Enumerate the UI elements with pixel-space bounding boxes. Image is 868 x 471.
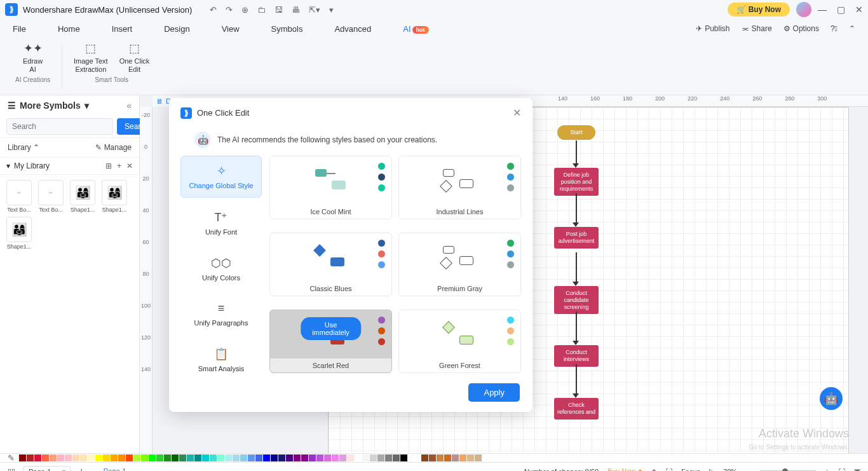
zoom-out-icon[interactable]: − [746, 468, 750, 472]
shape-item[interactable]: 👨‍👩‍👧Shape1... [5, 217, 33, 250]
zoom-in-icon[interactable]: + [825, 468, 829, 472]
color-swatch[interactable] [50, 454, 57, 461]
color-swatch[interactable] [194, 454, 201, 461]
color-swatch[interactable] [393, 454, 400, 461]
undo-icon[interactable]: ↶ [210, 5, 217, 15]
color-swatch[interactable] [118, 454, 125, 461]
color-swatch[interactable] [65, 454, 72, 461]
add-icon[interactable]: + [117, 161, 121, 170]
color-swatch[interactable] [217, 454, 224, 461]
menu-view[interactable]: View [222, 24, 240, 34]
style-card-classic-blues[interactable]: Classic Blues [269, 233, 392, 296]
fit-page-icon[interactable]: ⛶ [838, 468, 845, 472]
flow-node[interactable]: Post job advertisement [554, 227, 599, 249]
menu-design[interactable]: Design [164, 24, 189, 34]
color-swatch[interactable] [444, 454, 451, 461]
unify-font[interactable]: T⁺Unify Font [180, 203, 262, 243]
unify-paragraphs[interactable]: ≡Unify Paragraphs [180, 294, 262, 334]
change-global-style[interactable]: ✧Change Global Style [180, 156, 262, 198]
color-swatch[interactable] [141, 454, 148, 461]
color-swatch[interactable] [187, 454, 194, 461]
buy-now-button[interactable]: 🛒 Buy Now [728, 3, 790, 17]
color-swatch[interactable] [133, 454, 140, 461]
new-icon[interactable]: ⊕ [241, 5, 248, 15]
color-swatch[interactable] [27, 454, 34, 461]
color-swatch[interactable] [42, 454, 49, 461]
color-swatch[interactable] [377, 454, 384, 461]
share-button[interactable]: ⫘ Share [742, 24, 772, 33]
color-swatch[interactable] [255, 454, 262, 461]
color-swatch[interactable] [111, 454, 118, 461]
color-swatch[interactable] [233, 454, 240, 461]
color-swatch[interactable] [57, 454, 64, 461]
edraw-ai-button[interactable]: ✦✦ Edraw AI [23, 42, 43, 74]
print-icon[interactable]: 🖶 [292, 5, 300, 15]
flow-node[interactable]: Conduct candidate screening [554, 286, 599, 314]
presentation-icon[interactable]: ▷ [709, 467, 714, 471]
add-page-icon[interactable]: + [78, 466, 84, 472]
color-swatch[interactable] [80, 454, 87, 461]
color-swatch[interactable] [126, 454, 133, 461]
color-swatch[interactable] [95, 454, 102, 461]
color-swatch[interactable] [324, 454, 331, 461]
style-card-green-forest[interactable]: Green Forest [398, 310, 521, 373]
library-toggle[interactable]: Library ⌃ [8, 143, 39, 152]
shape-item[interactable]: 👨‍👩‍👧Shape1... [69, 180, 97, 213]
flow-node[interactable]: Define job position and requirements [554, 168, 599, 196]
smart-analysis[interactable]: 📋Smart Analysis [180, 339, 262, 380]
help-icon[interactable]: ?⃝ [831, 24, 837, 33]
color-swatch[interactable] [370, 454, 377, 461]
minimize-icon[interactable]: — [818, 4, 827, 15]
menu-ai[interactable]: AIhot [403, 24, 428, 34]
menu-file[interactable]: File [13, 24, 26, 34]
color-swatch[interactable] [309, 454, 316, 461]
list-view-icon[interactable]: ⊞ [105, 161, 112, 170]
apply-button[interactable]: Apply [468, 383, 520, 402]
color-swatch[interactable] [347, 454, 354, 461]
shape-item[interactable]: ▭Text Bo... [37, 180, 65, 213]
buy-now-link[interactable]: Buy Now ◆ [607, 467, 642, 471]
collapse-ribbon-icon[interactable]: ⌃ [849, 24, 855, 33]
color-swatch[interactable] [271, 454, 278, 461]
color-swatch[interactable] [421, 454, 428, 461]
color-swatch[interactable] [278, 454, 285, 461]
redo-icon[interactable]: ↷ [226, 5, 233, 15]
fit-icon[interactable]: ⛶ [665, 468, 672, 472]
remove-icon[interactable]: ✕ [126, 161, 133, 170]
color-swatch[interactable] [103, 454, 110, 461]
save-icon[interactable]: 🖫 [275, 5, 283, 15]
color-swatch[interactable] [475, 454, 482, 461]
color-swatch[interactable] [355, 454, 362, 461]
color-swatch[interactable] [429, 454, 436, 461]
layers-icon[interactable]: ◈ [651, 467, 656, 471]
focus-mode[interactable]: Focus [681, 468, 700, 472]
open-icon[interactable]: 🗀 [257, 5, 266, 15]
flow-node[interactable]: Check references and [554, 398, 599, 420]
search-input[interactable] [6, 118, 113, 135]
flow-node[interactable]: Conduct interviews [554, 345, 599, 367]
shape-item[interactable]: 👨‍👩‍👧Shape1... [100, 180, 128, 213]
unify-colors[interactable]: ⬡⬡Unify Colors [180, 249, 262, 289]
eyedropper-icon[interactable]: ✎ [8, 453, 15, 463]
shape-item[interactable]: ▭Text Bo... [5, 180, 33, 213]
manage-button[interactable]: ✎ Manage [95, 143, 132, 152]
color-swatch[interactable] [19, 454, 26, 461]
color-swatch[interactable] [156, 454, 163, 461]
color-swatch[interactable] [225, 454, 232, 461]
color-swatch[interactable] [286, 454, 293, 461]
color-swatch[interactable] [332, 454, 339, 461]
page-selector[interactable]: Page-1▾ [23, 466, 71, 472]
more-symbols-header[interactable]: ☰ More Symbols▾ [8, 100, 89, 111]
style-card-premium-gray[interactable]: Premium Gray [398, 233, 521, 296]
color-swatch[interactable] [179, 454, 186, 461]
chevron-down-icon[interactable]: ▾ [6, 161, 10, 170]
color-swatch[interactable] [459, 454, 466, 461]
image-text-extraction-button[interactable]: ⬚ Image Text Extraction [74, 42, 108, 74]
style-card-industrial-lines[interactable]: Industrial Lines [398, 156, 521, 219]
collapse-sidebar-icon[interactable]: « [126, 100, 132, 111]
color-swatch[interactable] [202, 454, 209, 461]
flow-start-node[interactable]: Start [557, 125, 595, 140]
color-swatch[interactable] [248, 454, 255, 461]
maximize-icon[interactable]: ▢ [837, 4, 845, 15]
style-card-scarlet-red[interactable]: Use immediately Scarlet Red [269, 310, 392, 373]
